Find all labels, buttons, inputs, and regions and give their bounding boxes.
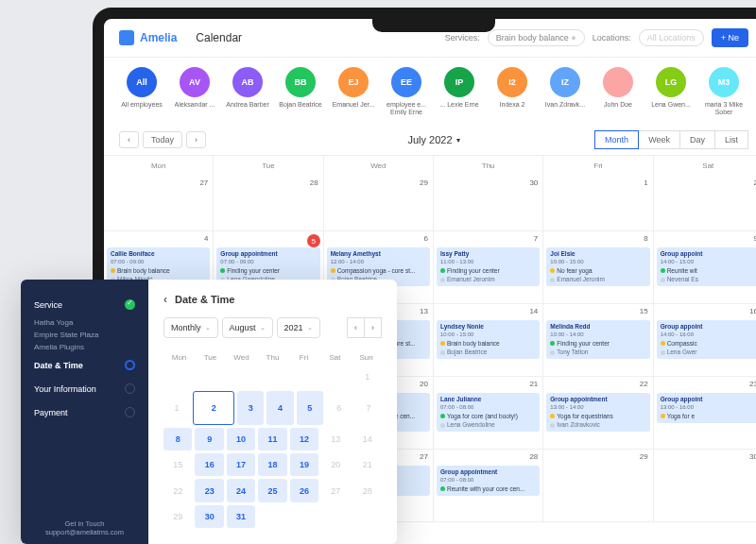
calendar-cell[interactable]: 7Issy Patty11:00 - 13:00Finding your cen… [434, 231, 543, 303]
frequency-select[interactable]: Monthly⌄ [163, 317, 218, 338]
calendar-event[interactable]: Group appointment07:00 - 08:00Reunite wi… [437, 466, 540, 496]
employee-avatar[interactable]: IZIvan Zdravk... [542, 67, 588, 115]
mini-date-cell[interactable]: 10 [227, 428, 255, 450]
calendar-cell[interactable]: 15Melinda Redd10:00 - 14:00Finding your … [543, 304, 653, 376]
mini-date-cell [258, 505, 286, 528]
mini-date-cell[interactable]: 15 [163, 453, 192, 476]
employee-avatar[interactable]: ABAndrea Barber [225, 67, 270, 115]
mini-date-cell[interactable]: 30 [195, 505, 223, 528]
mini-date-cell[interactable]: 27 [321, 479, 350, 502]
mini-date-cell[interactable]: 3 [237, 391, 264, 424]
calendar-event[interactable]: Melinda Redd10:00 - 14:00Finding your ce… [546, 320, 649, 359]
mini-date-cell [353, 505, 382, 528]
mini-date-cell[interactable]: 17 [227, 453, 255, 476]
calendar-cell[interactable]: 14Lyndsey Nonie10:00 - 15:00Brain body b… [434, 304, 543, 376]
calendar-event[interactable]: Joi Elsie10:00 - 15:00No fear yogaEmanue… [546, 247, 649, 286]
mini-date-cell[interactable]: 14 [353, 428, 382, 450]
calendar-cell[interactable]: 29 [543, 450, 653, 521]
calendar-cell[interactable]: 28 [214, 176, 323, 230]
wizard-step[interactable]: Date & Time [34, 353, 135, 377]
view-tab-day[interactable]: Day [680, 130, 715, 149]
calendar-cell[interactable]: 30 [654, 450, 756, 521]
employee-avatars: AllAll employeesAVAleksandar ...ABAndrea… [104, 58, 756, 125]
mini-date-cell[interactable]: 22 [163, 479, 192, 502]
mini-date-cell[interactable]: 23 [195, 479, 223, 502]
booking-widget: ServiceHatha YogaEmpire State PlazaAmeli… [21, 280, 397, 544]
wizard-step[interactable]: Your Information [34, 377, 135, 400]
calendar-cell[interactable]: 30 [434, 176, 543, 230]
employee-avatar[interactable]: EEemployee e... Emily Erne [384, 67, 429, 115]
calendar-cell[interactable]: 23Group appoint13:00 - 16:00Yoga for e [654, 377, 756, 449]
mini-date-cell[interactable]: 11 [258, 428, 286, 450]
calendar-cell[interactable]: 27 [104, 176, 214, 230]
mini-next-button[interactable]: › [365, 317, 382, 338]
locations-filter[interactable]: All Locations [639, 29, 704, 46]
calendar-cell[interactable]: 21Lane Julianne07:00 - 08:00Yoga for cor… [434, 377, 543, 449]
mini-date-cell[interactable]: 16 [195, 453, 223, 476]
today-button[interactable]: Today [143, 131, 182, 148]
new-button[interactable]: + Ne [712, 28, 748, 47]
mini-date-cell[interactable]: 1 [163, 391, 190, 424]
mini-date-cell[interactable]: 1 [353, 366, 382, 388]
sidebar-footer: Get in Touch support@ameliatms.com [34, 508, 135, 536]
view-tab-list[interactable]: List [715, 130, 748, 149]
calendar-event[interactable]: Group appoint14:00 - 16:00CompassicLena … [657, 320, 756, 359]
mini-date-cell[interactable]: 2 [193, 391, 234, 424]
mini-date-cell[interactable]: 31 [227, 505, 255, 528]
mini-date-cell[interactable]: 25 [258, 479, 286, 502]
brand-logo[interactable]: Amelia [119, 30, 177, 45]
wizard-step[interactable]: Payment [34, 400, 135, 424]
services-filter[interactable]: Brain body balance ● [488, 29, 585, 46]
calendar-cell[interactable]: 1 [543, 176, 653, 230]
next-button[interactable]: › [186, 131, 206, 148]
calendar-day-header: MonTueWedThuFriSat [104, 156, 756, 176]
employee-avatar[interactable]: John Doe [595, 67, 641, 115]
calendar-event[interactable]: Group appoint14:00 - 15:00Reunite witNev… [657, 247, 756, 286]
mini-date-cell[interactable]: 12 [290, 428, 318, 450]
employee-avatar[interactable]: AllAll employees [119, 67, 164, 115]
employee-avatar[interactable]: EJEmanuel Jer... [331, 67, 376, 115]
month-select[interactable]: August⌄ [222, 317, 273, 338]
month-label[interactable]: July 2022 ▾ [407, 134, 459, 145]
employee-avatar[interactable]: LGLena Gwen... [648, 67, 694, 115]
mini-date-cell[interactable]: 9 [195, 428, 223, 450]
mini-date-cell[interactable]: 28 [353, 479, 382, 502]
year-select[interactable]: 2021⌄ [277, 317, 320, 338]
mini-date-cell[interactable]: 4 [266, 391, 293, 424]
mini-date-cell[interactable]: 8 [163, 428, 192, 450]
mini-date-cell[interactable]: 5 [297, 391, 323, 424]
calendar-event[interactable]: Issy Patty11:00 - 13:00Finding your cent… [437, 247, 540, 286]
employee-avatar[interactable]: AVAleksandar ... [172, 67, 217, 115]
mini-prev-button[interactable]: ‹ [347, 317, 365, 338]
calendar-event[interactable]: Lane Julianne07:00 - 08:00Yoga for core … [437, 393, 540, 432]
mini-date-cell[interactable]: 20 [321, 453, 350, 476]
employee-avatar[interactable]: I2Indexa 2 [490, 67, 535, 115]
view-tab-month[interactable]: Month [594, 130, 639, 149]
calendar-cell[interactable]: 16Group appoint14:00 - 16:00CompassicLen… [654, 304, 756, 376]
mini-date-cell[interactable]: 26 [290, 479, 318, 502]
employee-avatar[interactable]: BBBojan Beatrice [278, 67, 323, 115]
calendar-cell[interactable]: 2 [654, 176, 756, 230]
mini-date-cell[interactable]: 6 [326, 391, 352, 424]
mini-date-cell[interactable]: 21 [353, 453, 382, 476]
back-arrow-icon[interactable]: ‹ [163, 293, 167, 306]
mini-date-cell[interactable]: 7 [355, 391, 382, 424]
calendar-event[interactable]: Group appointment13:00 - 14:00Yoga for e… [546, 393, 649, 432]
mini-date-cell[interactable]: 13 [321, 428, 350, 450]
employee-avatar[interactable]: IP... Lexie Erne [437, 67, 482, 115]
calendar-cell[interactable]: 22Group appointment13:00 - 14:00Yoga for… [543, 377, 653, 449]
prev-button[interactable]: ‹ [119, 131, 139, 148]
calendar-event[interactable]: Lyndsey Nonie10:00 - 15:00Brain body bal… [437, 320, 540, 359]
mini-date-cell[interactable]: 29 [163, 505, 192, 528]
calendar-event[interactable]: Group appoint13:00 - 16:00Yoga for e [657, 393, 756, 423]
calendar-cell[interactable]: 8Joi Elsie10:00 - 15:00No fear yogaEmanu… [543, 231, 653, 303]
view-tab-week[interactable]: Week [639, 130, 680, 149]
mini-date-cell[interactable]: 19 [290, 453, 318, 476]
employee-avatar[interactable]: M3maria 3 Mike Sober [701, 67, 747, 115]
calendar-cell[interactable]: 29 [324, 176, 434, 230]
mini-date-cell[interactable]: 18 [258, 453, 286, 476]
calendar-cell[interactable]: 9Group appoint14:00 - 15:00Reunite witNe… [654, 231, 756, 303]
calendar-cell[interactable]: 28Group appointment07:00 - 08:00Reunite … [434, 450, 543, 521]
wizard-step[interactable]: Service [34, 293, 135, 316]
mini-date-cell[interactable]: 24 [227, 479, 255, 502]
